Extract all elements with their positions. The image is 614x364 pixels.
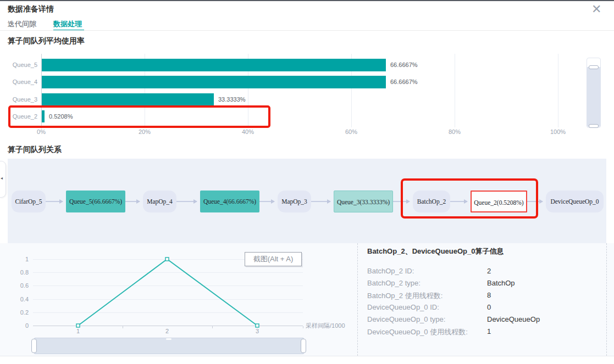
op-info-value: 2 — [487, 267, 491, 275]
flow-node-queue4[interactable]: Queue_4(66.6667%) — [200, 191, 259, 212]
vertical-dashed-divider — [606, 243, 607, 356]
x-tick-1: 1 — [76, 328, 80, 334]
gridline — [558, 54, 558, 127]
bar-value-queue5: 66.6667% — [390, 61, 418, 68]
op-info-label: BatchOp_2 使用线程数: — [367, 291, 442, 301]
bar-queue5[interactable] — [42, 59, 386, 71]
flow-arrow — [46, 201, 63, 202]
op-info-label: BatchOp_2 type: — [367, 279, 421, 287]
x-tick-80: 80% — [449, 128, 461, 135]
flow-node-queue3[interactable]: Queue_3(33.3333%) — [334, 191, 393, 212]
bar-value-queue4: 66.6667% — [390, 79, 418, 85]
dialog-bottom-edge — [0, 356, 614, 356]
x-tick-20: 20% — [139, 128, 151, 135]
batchop2-queue2-highlight-annotation — [401, 178, 538, 219]
flow-arrow — [259, 201, 274, 202]
collapse-arrow-icon: ◂ — [1, 176, 3, 181]
y-tick-1: 1 — [10, 256, 29, 262]
vertical-zoom-selected-range[interactable] — [587, 67, 601, 127]
y-tick-0-2: 0.2 — [10, 309, 29, 316]
axis-tick — [303, 326, 303, 328]
flow-node-mapop4[interactable]: MapOp_4 — [143, 191, 176, 212]
queue-relation-section-title: 算子间队列关系 — [8, 145, 62, 155]
queue-usage-line-series — [33, 255, 303, 330]
op-info-label: DeviceQueueOp_0 使用线程数: — [367, 327, 468, 337]
flow-arrow — [176, 201, 197, 202]
op-info-label: DeviceQueueOp_0 type: — [367, 315, 445, 323]
x-tick-100: 100% — [550, 128, 566, 135]
data-point-marker — [76, 324, 80, 327]
op-info-value: DeviceQueueOp — [487, 315, 540, 323]
vertical-zoom-handle-bottom[interactable] — [589, 124, 599, 128]
bar-category-queue4: Queue_4 — [4, 79, 37, 85]
flow-arrow — [125, 201, 140, 202]
op-info-value: 1 — [487, 327, 491, 335]
op-info-value: BatchOp — [487, 279, 515, 287]
flow-node-cifarop5[interactable]: CifarOp_5 — [12, 191, 46, 212]
data-point-marker — [165, 257, 169, 261]
axis-tick — [123, 326, 123, 328]
zoom-handle-right[interactable] — [301, 339, 306, 353]
flow-node-queue5[interactable]: Queue_5(66.6667%) — [66, 191, 125, 212]
x-tick-40: 40% — [242, 128, 254, 135]
bar-queue4[interactable] — [42, 76, 386, 88]
x-tick-60: 60% — [345, 128, 357, 135]
op-info-label: BatchOp_2 ID: — [367, 267, 414, 275]
close-icon[interactable]: ✕ — [591, 2, 601, 16]
flow-node-devicequeueop0[interactable]: DeviceQueueOp_0 — [546, 191, 604, 212]
gridline — [455, 54, 455, 127]
op-info-value: 0 — [487, 303, 491, 311]
vertical-zoom-handle-top[interactable] — [589, 65, 599, 69]
queue-usage-section-title: 算子间队列平均使用率 — [8, 36, 85, 46]
data-point-marker — [256, 324, 259, 327]
x-tick-2: 2 — [165, 328, 169, 334]
y-tick-0: 0 — [10, 322, 29, 329]
screenshot-shortcut-tooltip: 截图(Alt + A) — [245, 252, 302, 266]
zoom-slider-grip[interactable] — [166, 338, 172, 340]
bar-value-queue3: 33.3333% — [218, 96, 246, 103]
x-axis-name: 采样间隔/1000 — [306, 322, 356, 330]
op-info-value: 8 — [487, 291, 491, 299]
bar-queue3[interactable] — [42, 93, 214, 105]
window-top-edge — [0, 0, 614, 1]
x-tick-0: 0% — [37, 128, 46, 135]
y-tick-0-6: 0.6 — [10, 282, 29, 289]
queue-relation-graph: CifarOp_5 Queue_5(66.6667%) MapOp_4 Queu… — [8, 159, 606, 243]
panel-collapse-handle[interactable]: ◂ — [0, 161, 6, 198]
y-tick-0-4: 0.4 — [10, 296, 29, 303]
flow-node-mapop3[interactable]: MapOp_3 — [278, 191, 311, 212]
x-tick-3: 3 — [256, 328, 259, 334]
bar-category-queue3: Queue_3 — [4, 96, 37, 103]
bar-category-queue5: Queue_5 — [4, 61, 37, 68]
y-tick-0-8: 0.8 — [10, 269, 29, 276]
line-chart-zoom-slider[interactable] — [34, 338, 304, 354]
op-info-title: BatchOp_2、DeviceQueueOp_0算子信息 — [367, 247, 504, 256]
tab-step-interval[interactable]: 迭代间隙 — [8, 19, 36, 29]
tabs-divider — [0, 30, 614, 31]
data-preparation-details-dialog: 数据准备详情 ✕ 迭代间隙 数据处理 算子间队列平均使用率 Queue_5 66… — [0, 0, 614, 364]
dialog-title: 数据准备详情 — [8, 4, 54, 14]
zoom-handle-left[interactable] — [31, 339, 37, 353]
tab-data-processing[interactable]: 数据处理 — [53, 19, 82, 29]
vertical-dashed-divider — [357, 243, 358, 356]
flow-arrow — [311, 201, 330, 202]
axis-tick — [212, 326, 213, 328]
op-info-label: DeviceQueueOp_0 ID: — [367, 303, 439, 311]
queue2-row-highlight-annotation — [8, 105, 270, 128]
